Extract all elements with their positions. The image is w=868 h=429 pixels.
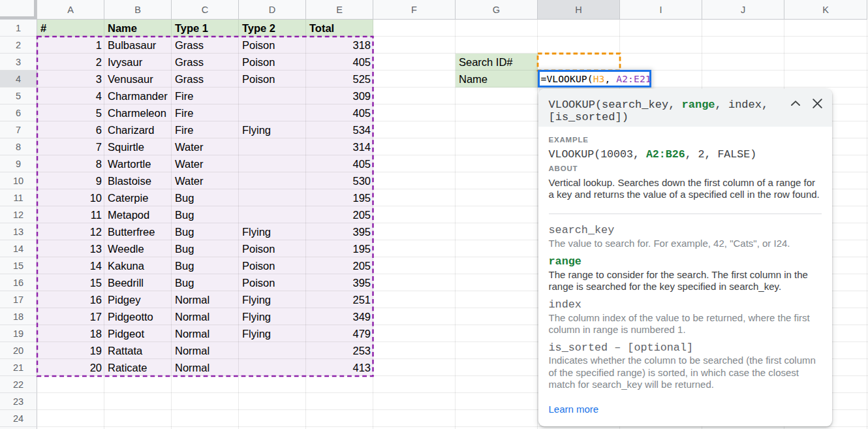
cell-A12[interactable]: 11 xyxy=(37,206,104,223)
cell-D17[interactable]: Flying xyxy=(239,291,306,308)
row-header-7[interactable]: 7 xyxy=(0,121,37,138)
cell-A18[interactable]: 17 xyxy=(37,308,104,325)
cell-A8[interactable]: 7 xyxy=(37,138,104,155)
cell-E13[interactable]: 395 xyxy=(306,223,373,240)
cell-D15[interactable]: Poison xyxy=(239,257,306,274)
cell-C7[interactable]: Fire xyxy=(172,121,239,138)
column-header-H[interactable]: H xyxy=(538,0,620,20)
cell-A3[interactable]: 2 xyxy=(37,54,104,71)
cell-E1[interactable]: Total xyxy=(306,20,373,37)
collapse-button[interactable] xyxy=(788,95,803,111)
cell-B13[interactable]: Butterfree xyxy=(104,223,172,240)
cell-E15[interactable]: 205 xyxy=(306,257,373,274)
cell-D19[interactable]: Flying xyxy=(239,325,306,342)
row-header-24[interactable]: 24 xyxy=(0,410,37,427)
cell-A2[interactable]: 1 xyxy=(37,37,104,54)
cell-C4[interactable]: Grass xyxy=(172,71,239,87)
cell-C20[interactable]: Normal xyxy=(172,342,239,359)
learn-more-link[interactable]: Learn more xyxy=(549,404,599,415)
cell-A4[interactable]: 3 xyxy=(37,71,104,87)
cell-C14[interactable]: Bug xyxy=(172,240,239,257)
cell-B16[interactable]: Beedrill xyxy=(104,274,172,291)
column-header-B[interactable]: B xyxy=(104,0,172,20)
cell-B14[interactable]: Weedle xyxy=(104,240,172,257)
cell-C12[interactable]: Bug xyxy=(172,206,239,223)
cell-A17[interactable]: 16 xyxy=(37,291,104,308)
cell-B2[interactable]: Bulbasaur xyxy=(104,37,172,54)
cell-D3[interactable]: Poison xyxy=(239,54,306,71)
cell-A20[interactable]: 19 xyxy=(37,342,104,359)
cell-A14[interactable]: 13 xyxy=(37,240,104,257)
close-button[interactable] xyxy=(810,95,826,111)
cell-E19[interactable]: 479 xyxy=(306,325,373,342)
cell-B7[interactable]: Charizard xyxy=(104,121,172,138)
formula-cell-editor[interactable]: =VLOOKUP(H3, A2:E21 xyxy=(538,70,652,87)
cell-E14[interactable]: 195 xyxy=(306,240,373,257)
cell-A10[interactable]: 9 xyxy=(37,172,104,189)
cell-B15[interactable]: Kakuna xyxy=(104,257,172,274)
row-header-3[interactable]: 3 xyxy=(0,54,37,71)
cell-C17[interactable]: Normal xyxy=(172,291,239,308)
cell-B3[interactable]: Ivysaur xyxy=(104,54,172,71)
row-header-5[interactable]: 5 xyxy=(0,87,37,104)
cell-C16[interactable]: Bug xyxy=(172,274,239,291)
row-header-2[interactable]: 2 xyxy=(0,37,37,54)
row-header-22[interactable]: 22 xyxy=(0,376,37,393)
cell-A1[interactable]: # xyxy=(37,20,104,37)
cell-E16[interactable]: 395 xyxy=(306,274,373,291)
cell-E5[interactable]: 309 xyxy=(306,87,373,104)
cell-B10[interactable]: Blastoise xyxy=(104,172,172,189)
row-header-9[interactable]: 9 xyxy=(0,155,37,172)
row-header-11[interactable]: 11 xyxy=(0,189,37,206)
row-header-1[interactable]: 1 xyxy=(0,20,37,37)
cell-D7[interactable]: Flying xyxy=(239,121,306,138)
cell-C13[interactable]: Bug xyxy=(172,223,239,240)
cell-B11[interactable]: Caterpie xyxy=(104,189,172,206)
cell-D13[interactable]: Flying xyxy=(239,223,306,240)
cell-C11[interactable]: Bug xyxy=(172,189,239,206)
cell-A9[interactable]: 8 xyxy=(37,155,104,172)
cell-C19[interactable]: Normal xyxy=(172,325,239,342)
column-header-D[interactable]: D xyxy=(239,0,306,20)
cell-C10[interactable]: Water xyxy=(172,172,239,189)
cell-E18[interactable]: 349 xyxy=(306,308,373,325)
row-header-13[interactable]: 13 xyxy=(0,223,37,240)
cell-B20[interactable]: Rattata xyxy=(104,342,172,359)
cell-C8[interactable]: Water xyxy=(172,138,239,155)
cell-A6[interactable]: 5 xyxy=(37,104,104,121)
cell-B12[interactable]: Metapod xyxy=(104,206,172,223)
cell-C18[interactable]: Normal xyxy=(172,308,239,325)
cell-C3[interactable]: Grass xyxy=(172,54,239,71)
cell-E17[interactable]: 251 xyxy=(306,291,373,308)
row-header-8[interactable]: 8 xyxy=(0,138,37,155)
cell-B21[interactable]: Raticate xyxy=(104,359,172,376)
cell-E6[interactable]: 405 xyxy=(306,104,373,121)
cell-E4[interactable]: 525 xyxy=(306,71,373,87)
cell-C5[interactable]: Fire xyxy=(172,87,239,104)
column-header-F[interactable]: F xyxy=(373,0,456,20)
cell-C6[interactable]: Fire xyxy=(172,104,239,121)
row-header-4[interactable]: 4 xyxy=(0,71,37,87)
select-all-corner[interactable] xyxy=(0,0,37,20)
cell-C21[interactable]: Normal xyxy=(172,359,239,376)
row-header-17[interactable]: 17 xyxy=(0,291,37,308)
column-header-A[interactable]: A xyxy=(37,0,104,20)
cell-A19[interactable]: 18 xyxy=(37,325,104,342)
cell-D18[interactable]: Flying xyxy=(239,308,306,325)
row-header-19[interactable]: 19 xyxy=(0,325,37,342)
column-header-K[interactable]: K xyxy=(784,0,867,20)
cell-D2[interactable]: Poison xyxy=(239,37,306,54)
cell-B1[interactable]: Name xyxy=(104,20,172,37)
row-header-6[interactable]: 6 xyxy=(0,104,37,121)
cell-G4[interactable]: Name xyxy=(456,71,538,87)
cell-B4[interactable]: Venusaur xyxy=(104,71,172,87)
cell-E7[interactable]: 534 xyxy=(306,121,373,138)
cell-B6[interactable]: Charmeleon xyxy=(104,104,172,121)
cell-D1[interactable]: Type 2 xyxy=(239,20,306,37)
cell-A13[interactable]: 12 xyxy=(37,223,104,240)
cell-C1[interactable]: Type 1 xyxy=(172,20,239,37)
cell-B5[interactable]: Charmander xyxy=(104,87,172,104)
cell-A7[interactable]: 6 xyxy=(37,121,104,138)
row-header-23[interactable]: 23 xyxy=(0,393,37,410)
cell-D16[interactable]: Poison xyxy=(239,274,306,291)
